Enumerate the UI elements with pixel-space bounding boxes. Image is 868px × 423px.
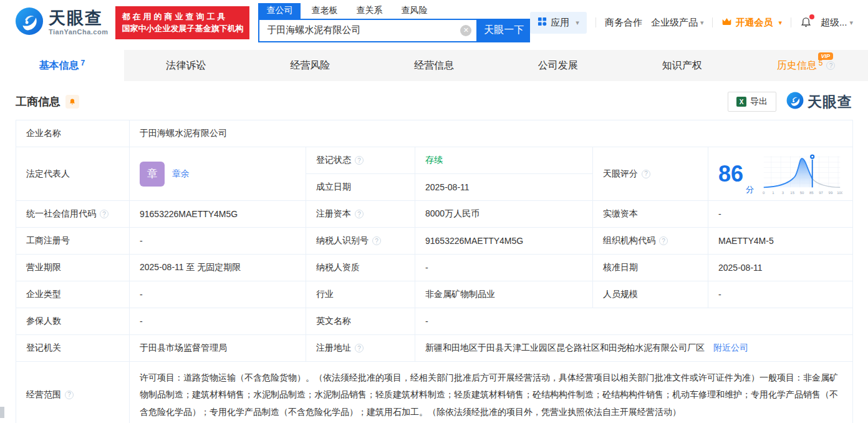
nearby-companies-link[interactable]: 附近公司 xyxy=(713,343,748,352)
approve-date-label: 核准日期 xyxy=(593,255,708,281)
score-cell[interactable]: 86 分 xyxy=(708,147,853,201)
search-area: 查公司 查老板 查关系 查风险 天眼一下 xyxy=(258,3,530,42)
svg-text:99: 99 xyxy=(829,190,833,194)
apps-grid-icon xyxy=(538,17,547,28)
label-text: 统一社会信用代码 xyxy=(26,208,96,220)
watermark-logo: 天眼查 xyxy=(786,92,852,112)
watermark-logo-icon xyxy=(786,92,804,112)
score-value: 86 xyxy=(718,163,743,185)
label-text: 组织机构代码 xyxy=(603,235,655,246)
apps-label: 应用 xyxy=(551,17,569,29)
reg-address-value: 新疆和田地区于田县天津工业园区昆仑路社区和田尧柏水泥有限公司厂区 xyxy=(425,343,705,352)
tab-label: 知识产权 xyxy=(662,59,702,72)
english-name-label: 英文名称 xyxy=(306,308,415,335)
slogan-line1: 都在用的商业查询工具 xyxy=(122,11,243,23)
apps-menu[interactable]: 应用 xyxy=(530,12,587,34)
help-icon[interactable] xyxy=(100,210,109,218)
section-title: 工商信息 xyxy=(16,94,60,109)
tab-company-development[interactable]: 公司发展 xyxy=(496,50,620,81)
clear-search-icon[interactable] xyxy=(460,25,471,36)
table-row: 企业名称 于田海螺水泥有限公司 xyxy=(16,120,853,147)
help-icon[interactable] xyxy=(826,61,835,70)
help-icon[interactable] xyxy=(355,344,364,352)
subscribe-bell-icon[interactable] xyxy=(65,95,79,109)
slogan-banner: 都在用的商业查询工具 国家中小企业发展子基金旗下机构 xyxy=(115,6,249,39)
label-text: 天眼评分 xyxy=(603,168,638,180)
tianyancha-logo[interactable]: 天眼查 TianYanCha.com xyxy=(15,7,108,38)
company-name-value: 于田海螺水泥有限公司 xyxy=(130,120,853,147)
tab-history-info[interactable]: VIP 历史信息 5 xyxy=(744,50,868,81)
reg-capital-value: 8000万人民币 xyxy=(415,201,593,228)
reg-authority-value: 于田县市场监督管理局 xyxy=(130,335,306,362)
svg-text:50: 50 xyxy=(800,190,804,194)
help-icon[interactable] xyxy=(355,210,364,218)
company-type-value: - xyxy=(130,281,306,308)
reg-no-value: - xyxy=(130,228,306,255)
vip-badge: VIP xyxy=(818,52,834,60)
insured-num-label: 参保人数 xyxy=(16,308,130,335)
table-row: 登记机关 于田县市场监督管理局 注册地址 新疆和田地区于田县天津工业园区昆仑路社… xyxy=(16,335,853,362)
tab-intellectual-property[interactable]: 知识产权 xyxy=(620,50,744,81)
help-icon[interactable] xyxy=(372,236,381,245)
taxpayer-no-value: 91653226MAETTY4M5G xyxy=(415,228,593,255)
score-distribution-chart: 0 1 3 15 50 85 97 99 100 xyxy=(761,150,842,198)
svg-text:0: 0 xyxy=(763,190,765,194)
establish-date-value: 2025-08-11 xyxy=(415,174,593,201)
help-icon[interactable] xyxy=(659,236,668,245)
reg-address-cell: 新疆和田地区于田县天津工业园区昆仑路社区和田尧柏水泥有限公司厂区 附近公司 xyxy=(415,335,853,362)
taxpayer-no-label: 纳税人识别号 xyxy=(306,228,415,255)
taxpayer-quality-value: - xyxy=(415,255,593,281)
tab-legal-proceedings[interactable]: 法律诉讼 xyxy=(124,50,248,81)
help-icon[interactable] xyxy=(642,170,650,178)
top-nav: 应用 商务合作 企业级产品 开通会员 超级... xyxy=(530,12,853,34)
help-icon[interactable] xyxy=(355,156,364,165)
table-row: 法定代表人 章 章余 登记状态 存续 天眼评分 86 分 xyxy=(16,147,853,174)
company-tabbar: 基本信息 7 法律诉讼 经营风险 经营信息 公司发展 知识产权 VIP 历史信息… xyxy=(0,50,868,81)
tab-basic-info[interactable]: 基本信息 7 xyxy=(0,50,124,81)
divider xyxy=(712,17,713,27)
credit-code-value: 91653226MAETTY4M5G xyxy=(130,201,306,228)
vip-label: 开通会员 xyxy=(735,17,773,29)
watermark-text: 天眼查 xyxy=(808,92,852,112)
label-text: 经营范围 xyxy=(26,389,61,401)
tab-label: 经营信息 xyxy=(414,59,454,72)
business-info-header: 工商信息 导出 天眼查 xyxy=(0,81,868,120)
divider xyxy=(791,17,791,27)
tab-operation-risk[interactable]: 经营风险 xyxy=(248,50,372,81)
search-tab-relation[interactable]: 查关系 xyxy=(348,3,390,19)
table-row: 工商注册号 - 纳税人识别号 91653226MAETTY4M5G 组织机构代码… xyxy=(16,228,853,255)
reg-capital-label: 注册资本 xyxy=(306,201,415,228)
legal-rep-avatar[interactable]: 章 xyxy=(140,162,165,187)
help-icon[interactable] xyxy=(65,391,74,399)
export-button[interactable]: 导出 xyxy=(728,92,776,112)
paid-capital-label: 实缴资本 xyxy=(593,201,708,228)
credit-code-label: 统一社会信用代码 xyxy=(16,201,130,228)
reg-address-label: 注册地址 xyxy=(306,335,415,362)
label-text: 注册资本 xyxy=(316,208,351,220)
reg-authority-label: 登记机关 xyxy=(16,335,130,362)
search-tab-boss[interactable]: 查老板 xyxy=(303,3,345,19)
side-widget-handle[interactable] xyxy=(0,407,4,418)
org-code-label: 组织机构代码 xyxy=(593,228,708,255)
notification-bell-icon[interactable] xyxy=(800,16,812,29)
search-button[interactable]: 天眼一下 xyxy=(478,19,530,42)
reg-no-label: 工商注册号 xyxy=(16,228,130,255)
legal-rep-cell: 章 章余 xyxy=(130,147,306,201)
search-tab-company[interactable]: 查公司 xyxy=(258,3,301,19)
table-row: 企业类型 - 行业 非金属矿物制品业 人员规模 - xyxy=(16,281,853,308)
svg-text:15: 15 xyxy=(790,190,794,194)
tab-label: 基本信息 xyxy=(39,59,79,72)
nav-account-menu[interactable]: 超级... xyxy=(821,17,853,29)
tab-label: 经营风险 xyxy=(290,59,330,72)
nav-enterprise-products[interactable]: 企业级产品 xyxy=(651,17,704,29)
legal-rep-link[interactable]: 章余 xyxy=(172,168,190,180)
table-row: 营业期限 2025-08-11 至 无固定期限 纳税人资质 - 核准日期 202… xyxy=(16,255,853,281)
search-tab-risk[interactable]: 查风险 xyxy=(393,3,435,19)
search-input[interactable] xyxy=(267,25,460,36)
insured-num-value: - xyxy=(130,308,306,335)
nav-business-cooperation[interactable]: 商务合作 xyxy=(605,17,642,29)
industry-value: 非金属矿物制品业 xyxy=(415,281,593,308)
tab-operation-info[interactable]: 经营信息 xyxy=(372,50,496,81)
score-unit: 分 xyxy=(746,184,754,195)
nav-open-vip[interactable]: 开通会员 xyxy=(721,17,782,29)
